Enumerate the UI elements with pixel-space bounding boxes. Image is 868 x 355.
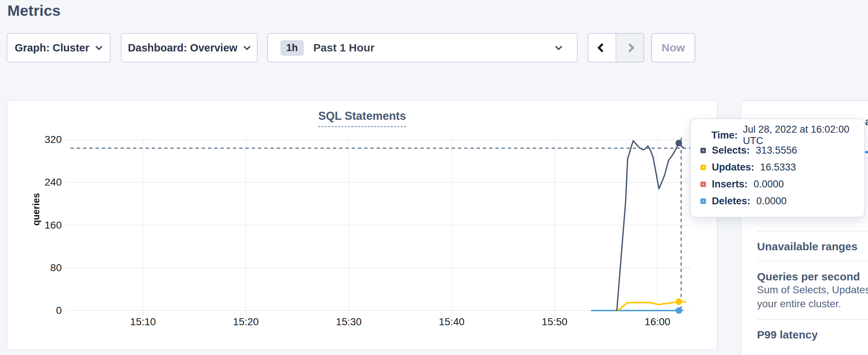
tooltip-row-inserts: Inserts:0.0000 (700, 176, 856, 193)
tooltip-row-updates: Updates:16.5333 (700, 159, 856, 176)
y-tick-label: 320 (21, 134, 62, 146)
time-range-badge: 1h (280, 40, 304, 56)
chevron-left-icon (597, 43, 606, 52)
y-tick-label: 240 (21, 176, 62, 188)
hover-dot-deletes (675, 307, 682, 314)
clipped-heading-fragment: a (865, 115, 868, 128)
series-swatch-icon (700, 148, 706, 153)
chart-tooltip: Time: Jul 28, 2022 at 16:02:00 UTC Selec… (690, 118, 865, 218)
series-line-selects (617, 141, 684, 311)
dashboard-dropdown[interactable]: Dashboard: Overview (121, 33, 258, 62)
y-tick-label: 160 (21, 219, 62, 231)
time-range-label: Past 1 Hour (313, 42, 375, 54)
tooltip-rows: Selects:313.5556Updates:16.5333Inserts:0… (700, 142, 856, 209)
tooltip-series-name: Selects: (712, 145, 750, 156)
tooltip-time-value: Jul 28, 2022 at 16:02:00 UTC (743, 124, 856, 147)
sidebar-section-description: your entire cluster. (757, 297, 868, 311)
tooltip-time-label: Time: (711, 130, 738, 141)
chevron-down-icon (243, 43, 251, 50)
series-swatch-icon (700, 198, 706, 204)
chart-title[interactable]: SQL Statements (318, 110, 406, 127)
sidebar-section-heading: P99 latency (757, 329, 868, 341)
hover-dot-updates (675, 298, 682, 305)
tooltip-time-row: Time: Jul 28, 2022 at 16:02:00 UTC (711, 129, 856, 142)
clipped-link-fragment (865, 151, 868, 153)
chevron-right-icon (625, 43, 634, 52)
tooltip-series-value: 313.5556 (756, 145, 797, 156)
tooltip-series-name: Inserts: (712, 179, 748, 190)
series-swatch-icon (700, 165, 706, 170)
sidebar-section: P99 latency (757, 319, 868, 349)
tooltip-series-value: 0.0000 (756, 196, 787, 207)
time-pager (588, 33, 644, 62)
sidebar-section-heading: Unavailable ranges (757, 240, 868, 253)
y-tick-label: 0 (21, 305, 62, 316)
chevron-down-icon (95, 43, 103, 50)
y-tick-label: 80 (21, 262, 62, 274)
sidebar-section-description: Sum of Selects, Updates, Inser (757, 283, 868, 297)
tooltip-series-name: Updates: (712, 162, 754, 173)
series-swatch-icon (700, 182, 706, 187)
sidebar-sections: Unavailable rangesQueries per secondSum … (741, 231, 868, 349)
sidebar-section: Queries per secondSum of Selects, Update… (757, 261, 868, 319)
series-line-updates (617, 302, 686, 311)
chevron-down-icon (555, 43, 562, 50)
metrics-page: Metrics Graph: Cluster Dashboard: Overvi… (0, 0, 868, 355)
chart-plot-area[interactable] (65, 132, 691, 320)
prev-interval-button[interactable] (588, 34, 616, 62)
graph-dropdown-label: Graph: Cluster (15, 42, 89, 54)
chart-title-wrap: SQL Statements (7, 110, 717, 127)
tooltip-series-name: Deletes: (712, 196, 750, 207)
next-interval-button[interactable] (616, 34, 643, 62)
time-range-selector[interactable]: 1h Past 1 Hour (267, 33, 578, 62)
dashboard-dropdown-label: Dashboard: Overview (128, 42, 237, 54)
hover-dot-selects (675, 140, 682, 146)
sidebar-section: Unavailable ranges (757, 231, 868, 261)
sidebar-section-heading: Queries per second (757, 270, 868, 283)
tooltip-row-deletes: Deletes:0.0000 (700, 193, 856, 209)
now-button[interactable]: Now (651, 33, 695, 62)
graph-dropdown[interactable]: Graph: Cluster (7, 33, 111, 62)
page-title: Metrics (7, 2, 61, 19)
tooltip-series-value: 16.5333 (760, 162, 796, 173)
tooltip-series-value: 0.0000 (754, 179, 784, 190)
